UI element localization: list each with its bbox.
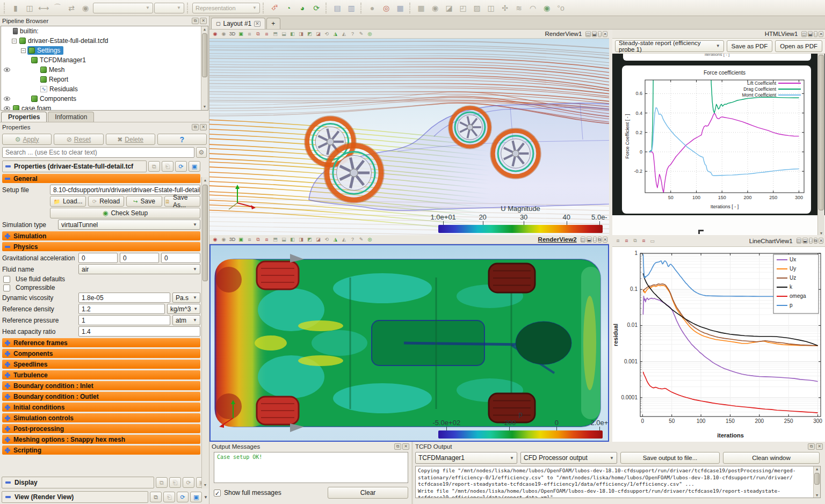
unit-select[interactable]: kg/m^3▼: [167, 304, 200, 314]
close-icon[interactable]: ✕: [254, 21, 260, 27]
manager-select[interactable]: TCFDManager1▼: [415, 452, 517, 464]
tree-scrollbar[interactable]: ▲▼: [201, 26, 208, 110]
view-plus-z-icon[interactable]: ◩: [306, 30, 314, 38]
renderview2-viewport[interactable]: p -5.0e+02-20002.0e+: [209, 244, 609, 442]
edit-view-options-icon[interactable]: ✎: [357, 30, 365, 38]
value-input[interactable]: 1.4: [78, 326, 200, 337]
pipeline-item-residuals[interactable]: ∿Residuals: [1, 84, 208, 94]
save-button[interactable]: ↪Save: [126, 196, 162, 207]
scroll-up-icon[interactable]: ▲: [201, 26, 208, 33]
time-track-icon[interactable]: ⇄: [65, 2, 78, 14]
popout-icon[interactable]: ⧉: [814, 238, 818, 244]
console-scrollbar[interactable]: ▲ ▼: [813, 466, 820, 498]
cube-axes-icon[interactable]: ▣: [237, 30, 245, 38]
capture-icon[interactable]: ◉: [220, 236, 228, 243]
group-datasets-icon[interactable]: ◉: [540, 2, 553, 14]
chevron-down-icon[interactable]: ▼: [204, 495, 208, 500]
isometric-view-icon[interactable]: ◮: [331, 30, 339, 38]
clip-icon[interactable]: ◪: [443, 2, 455, 14]
clean-window-button[interactable]: Clean window: [723, 452, 820, 464]
close-icon[interactable]: ✕: [603, 31, 607, 37]
zoom-box-icon[interactable]: ⧈: [245, 30, 254, 38]
glyph-filter-icon[interactable]: ✣: [498, 2, 511, 14]
section-general[interactable]: General: [2, 174, 200, 183]
scroll-down-icon[interactable]: ▼: [202, 482, 208, 488]
save-screenshot-icon[interactable]: ◉: [211, 30, 219, 38]
processor-output-select[interactable]: CFD Processor output▼: [520, 452, 617, 464]
save-output-button[interactable]: Save output to file...: [620, 452, 720, 464]
toggle-3d-icon[interactable]: 3D: [228, 236, 236, 243]
value-input[interactable]: 1: [78, 315, 170, 325]
view-plus-y-icon[interactable]: ◧: [288, 30, 296, 38]
contour-icon[interactable]: ◉: [429, 2, 442, 14]
load-button[interactable]: 📁Load...: [50, 196, 86, 207]
section-simulation[interactable]: Simulation: [2, 231, 200, 240]
clear-button[interactable]: Clear: [328, 487, 408, 499]
scroll-down-icon[interactable]: ▼: [818, 231, 824, 235]
delete-button[interactable]: ✖Delete: [106, 134, 155, 145]
value-input[interactable]: 0: [78, 253, 118, 263]
extract-subset-icon[interactable]: ◫: [484, 2, 497, 14]
pipeline-item-builtin-[interactable]: builtin:: [1, 26, 208, 36]
rescale-custom-range-icon[interactable]: ◕: [296, 2, 309, 14]
refresh-icon[interactable]: ⟳: [177, 492, 189, 502]
tab-information[interactable]: Information: [48, 112, 94, 122]
representation-select[interactable]: Representation▼: [192, 3, 260, 13]
section-boundary-condition-outlet[interactable]: Boundary condition : Outlet: [2, 392, 200, 401]
capture-icon[interactable]: ◉: [220, 30, 228, 38]
value-input[interactable]: 1.2: [78, 304, 165, 314]
scroll-up-icon[interactable]: ▲: [814, 466, 820, 472]
view-minus-y-icon[interactable]: ◨: [297, 236, 305, 243]
view-plus-x-icon[interactable]: ⬒: [271, 236, 279, 243]
save-icon[interactable]: ▣: [189, 161, 200, 172]
cube-axes-icon[interactable]: ▣: [237, 236, 245, 243]
toolbar-handle[interactable]: [263, 3, 265, 13]
whats-this-icon[interactable]: ?: [349, 30, 357, 38]
section-post-processing[interactable]: Post-processing: [2, 424, 200, 433]
pipeline-item-settings[interactable]: −Settings: [1, 46, 208, 55]
edit-view-options-icon[interactable]: ✎: [357, 236, 365, 243]
scrollbar-thumb[interactable]: [202, 33, 207, 77]
section-simulation-controls[interactable]: Simulation controls: [2, 413, 200, 422]
split-horizontal-icon[interactable]: ◫: [585, 31, 591, 37]
apply-button[interactable]: ⚙Apply: [2, 134, 52, 145]
close-icon[interactable]: ✕: [603, 237, 607, 243]
visibility-eye-icon[interactable]: [4, 97, 10, 101]
slices-source-icon[interactable]: ▦: [394, 2, 407, 14]
htmlview1-scrollbar[interactable]: ▼: [817, 54, 824, 235]
export-chart-icon[interactable]: ⧈: [614, 237, 622, 245]
stream-tracer-icon[interactable]: ≋: [512, 2, 525, 14]
edit-colormap-icon[interactable]: ▤: [331, 2, 344, 14]
split-vertical-icon[interactable]: ⬓: [808, 31, 813, 37]
zoom-box-icon[interactable]: ⧈: [245, 236, 254, 243]
split-vertical-icon[interactable]: ⬓: [802, 238, 808, 244]
view-minus-x-icon[interactable]: ⬓: [280, 30, 288, 38]
scrollbar-thumb[interactable]: [814, 473, 820, 485]
toolbar-handle[interactable]: [409, 3, 412, 13]
reset-camera-icon[interactable]: ⧉: [254, 236, 262, 243]
float-panel-icon[interactable]: ⧉: [808, 443, 815, 450]
tree-expander-icon[interactable]: −: [12, 39, 17, 43]
scrollbar-thumb[interactable]: [202, 185, 208, 281]
spreadsheet-view-icon[interactable]: ◫: [23, 2, 36, 14]
residuals-chart[interactable]: 05010015020025030010.10.010.0010.0001ite…: [612, 247, 825, 442]
help-button[interactable]: ?: [157, 134, 207, 145]
frame-select[interactable]: ▼: [154, 3, 184, 13]
slice-icon[interactable]: ◰: [457, 2, 469, 14]
rotate-90-icon[interactable]: ⟲: [323, 236, 331, 243]
section-speedlines[interactable]: Speedlines: [2, 360, 200, 369]
column-view-icon[interactable]: ▮: [9, 2, 22, 14]
maximize-icon[interactable]: □: [593, 237, 597, 243]
save-screenshot-icon[interactable]: ◉: [211, 236, 219, 243]
save-as-pdf-button[interactable]: Save as PDF: [727, 40, 773, 52]
calculator-icon[interactable]: ▦: [415, 2, 428, 14]
view-plus-x-icon[interactable]: ⬒: [271, 30, 279, 38]
warp-icon[interactable]: ◠: [526, 2, 539, 14]
simulation-type-select[interactable]: virtualTunnel▼: [58, 220, 200, 230]
pipeline-item-mesh[interactable]: Mesh: [1, 65, 208, 75]
tree-expander-icon[interactable]: −: [21, 48, 26, 53]
reload-button[interactable]: ⟳Reload: [88, 196, 124, 207]
open-as-pdf-button[interactable]: Open as PDF: [775, 40, 822, 52]
section-turbulence[interactable]: Turbulence: [2, 370, 200, 379]
whats-this-icon[interactable]: ?: [349, 236, 357, 243]
